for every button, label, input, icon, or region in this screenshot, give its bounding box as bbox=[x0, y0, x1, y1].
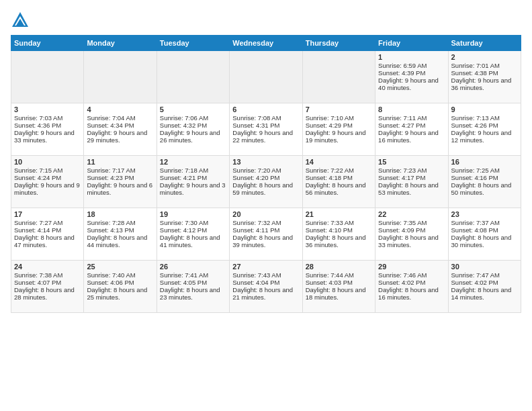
day-number: 13 bbox=[232, 158, 299, 166]
day-cell: 25Sunrise: 7:40 AMSunset: 4:06 PMDayligh… bbox=[84, 261, 157, 313]
sunset-text: Sunset: 4:02 PM bbox=[378, 279, 445, 286]
daylight-text: Daylight: 9 hours and 26 minutes. bbox=[160, 129, 226, 144]
day-cell: 13Sunrise: 7:20 AMSunset: 4:20 PMDayligh… bbox=[230, 156, 302, 208]
day-cell: 29Sunrise: 7:46 AMSunset: 4:02 PMDayligh… bbox=[375, 261, 448, 313]
daylight-text: Daylight: 8 hours and 41 minutes. bbox=[160, 234, 226, 248]
day-number: 29 bbox=[378, 263, 445, 271]
day-cell bbox=[302, 51, 375, 103]
sunset-text: Sunset: 4:02 PM bbox=[451, 279, 518, 286]
daylight-text: Daylight: 8 hours and 18 minutes. bbox=[306, 286, 372, 301]
daylight-text: Daylight: 8 hours and 30 minutes. bbox=[451, 234, 518, 248]
daylight-text: Daylight: 8 hours and 25 minutes. bbox=[87, 286, 153, 301]
day-cell: 23Sunrise: 7:37 AMSunset: 4:08 PMDayligh… bbox=[448, 208, 521, 261]
daylight-text: Daylight: 8 hours and 47 minutes. bbox=[14, 234, 81, 248]
day-number: 22 bbox=[378, 210, 445, 218]
sunrise-text: Sunrise: 7:44 AM bbox=[306, 271, 372, 279]
day-number: 25 bbox=[87, 263, 153, 271]
sunset-text: Sunset: 4:21 PM bbox=[160, 174, 226, 181]
header-row: SundayMondayTuesdayWednesdayThursdayFrid… bbox=[11, 36, 521, 51]
day-number: 2 bbox=[451, 53, 518, 61]
sunrise-text: Sunrise: 7:03 AM bbox=[14, 114, 81, 122]
calendar-table: SundayMondayTuesdayWednesdayThursdayFrid… bbox=[11, 35, 521, 313]
day-number: 1 bbox=[378, 53, 445, 61]
col-header-wednesday: Wednesday bbox=[230, 36, 302, 51]
sunset-text: Sunset: 4:13 PM bbox=[87, 226, 153, 234]
sunset-text: Sunset: 4:07 PM bbox=[14, 279, 81, 286]
sunset-text: Sunset: 4:03 PM bbox=[306, 279, 372, 286]
sunrise-text: Sunrise: 7:13 AM bbox=[451, 114, 518, 122]
sunrise-text: Sunrise: 7:40 AM bbox=[87, 271, 153, 279]
sunrise-text: Sunrise: 7:37 AM bbox=[451, 219, 518, 226]
day-cell: 27Sunrise: 7:43 AMSunset: 4:04 PMDayligh… bbox=[230, 261, 302, 313]
day-cell: 21Sunrise: 7:33 AMSunset: 4:10 PMDayligh… bbox=[302, 208, 375, 261]
sunrise-text: Sunrise: 7:33 AM bbox=[306, 219, 372, 226]
day-number: 15 bbox=[378, 158, 445, 166]
sunrise-text: Sunrise: 6:59 AM bbox=[378, 62, 445, 69]
day-number: 4 bbox=[87, 105, 153, 113]
day-cell bbox=[11, 51, 84, 103]
sunset-text: Sunset: 4:10 PM bbox=[306, 226, 372, 234]
daylight-text: Daylight: 8 hours and 44 minutes. bbox=[87, 234, 153, 248]
daylight-text: Daylight: 8 hours and 56 minutes. bbox=[306, 181, 372, 196]
daylight-text: Daylight: 9 hours and 12 minutes. bbox=[451, 129, 518, 144]
week-row-4: 17Sunrise: 7:27 AMSunset: 4:14 PMDayligh… bbox=[11, 208, 521, 261]
day-number: 10 bbox=[14, 158, 81, 166]
day-cell bbox=[157, 51, 229, 103]
day-number: 19 bbox=[160, 210, 226, 218]
sunset-text: Sunset: 4:24 PM bbox=[14, 174, 81, 181]
day-number: 28 bbox=[306, 263, 372, 271]
day-cell: 14Sunrise: 7:22 AMSunset: 4:18 PMDayligh… bbox=[302, 156, 375, 208]
sunset-text: Sunset: 4:11 PM bbox=[232, 226, 299, 234]
col-header-tuesday: Tuesday bbox=[157, 36, 229, 51]
day-number: 12 bbox=[160, 158, 226, 166]
day-cell: 7Sunrise: 7:10 AMSunset: 4:29 PMDaylight… bbox=[302, 103, 375, 156]
sunrise-text: Sunrise: 7:32 AM bbox=[232, 219, 299, 226]
day-number: 9 bbox=[451, 105, 518, 113]
daylight-text: Daylight: 8 hours and 23 minutes. bbox=[160, 286, 226, 301]
day-cell: 26Sunrise: 7:41 AMSunset: 4:05 PMDayligh… bbox=[157, 261, 229, 313]
sunrise-text: Sunrise: 7:10 AM bbox=[306, 114, 372, 122]
day-number: 11 bbox=[87, 158, 153, 166]
sunset-text: Sunset: 4:17 PM bbox=[378, 174, 445, 181]
day-number: 30 bbox=[451, 263, 518, 271]
daylight-text: Daylight: 9 hours and 29 minutes. bbox=[87, 129, 153, 144]
day-cell: 24Sunrise: 7:38 AMSunset: 4:07 PMDayligh… bbox=[11, 261, 84, 313]
day-cell: 15Sunrise: 7:23 AMSunset: 4:17 PMDayligh… bbox=[375, 156, 448, 208]
sunset-text: Sunset: 4:18 PM bbox=[306, 174, 372, 181]
sunset-text: Sunset: 4:06 PM bbox=[87, 279, 153, 286]
sunset-text: Sunset: 4:23 PM bbox=[87, 174, 153, 181]
day-cell: 3Sunrise: 7:03 AMSunset: 4:36 PMDaylight… bbox=[11, 103, 84, 156]
day-cell bbox=[230, 51, 302, 103]
daylight-text: Daylight: 9 hours and 3 minutes. bbox=[160, 181, 226, 196]
day-number: 14 bbox=[306, 158, 372, 166]
day-cell: 5Sunrise: 7:06 AMSunset: 4:32 PMDaylight… bbox=[157, 103, 229, 156]
sunset-text: Sunset: 4:31 PM bbox=[232, 122, 299, 129]
sunset-text: Sunset: 4:29 PM bbox=[306, 122, 372, 129]
daylight-text: Daylight: 8 hours and 33 minutes. bbox=[378, 234, 445, 248]
sunrise-text: Sunrise: 7:17 AM bbox=[87, 167, 153, 174]
sunrise-text: Sunrise: 7:30 AM bbox=[160, 219, 226, 226]
day-cell: 22Sunrise: 7:35 AMSunset: 4:09 PMDayligh… bbox=[375, 208, 448, 261]
daylight-text: Daylight: 8 hours and 53 minutes. bbox=[378, 181, 445, 196]
logo bbox=[11, 11, 32, 30]
day-cell: 18Sunrise: 7:28 AMSunset: 4:13 PMDayligh… bbox=[84, 208, 157, 261]
daylight-text: Daylight: 9 hours and 40 minutes. bbox=[378, 77, 445, 91]
day-number: 5 bbox=[160, 105, 226, 113]
daylight-text: Daylight: 8 hours and 28 minutes. bbox=[14, 286, 81, 301]
day-cell: 4Sunrise: 7:04 AMSunset: 4:34 PMDaylight… bbox=[84, 103, 157, 156]
daylight-text: Daylight: 8 hours and 14 minutes. bbox=[451, 286, 518, 301]
page: SundayMondayTuesdayWednesdayThursdayFrid… bbox=[0, 0, 532, 411]
sunset-text: Sunset: 4:34 PM bbox=[87, 122, 153, 129]
daylight-text: Daylight: 9 hours and 36 minutes. bbox=[451, 77, 518, 91]
col-header-thursday: Thursday bbox=[302, 36, 375, 51]
sunrise-text: Sunrise: 7:11 AM bbox=[378, 114, 445, 122]
sunset-text: Sunset: 4:32 PM bbox=[160, 122, 226, 129]
sunrise-text: Sunrise: 7:01 AM bbox=[451, 62, 518, 69]
sunrise-text: Sunrise: 7:08 AM bbox=[232, 114, 299, 122]
daylight-text: Daylight: 8 hours and 59 minutes. bbox=[232, 181, 299, 196]
sunset-text: Sunset: 4:20 PM bbox=[232, 174, 299, 181]
day-number: 20 bbox=[232, 210, 299, 218]
day-cell: 9Sunrise: 7:13 AMSunset: 4:26 PMDaylight… bbox=[448, 103, 521, 156]
daylight-text: Daylight: 8 hours and 21 minutes. bbox=[232, 286, 299, 301]
day-number: 23 bbox=[451, 210, 518, 218]
